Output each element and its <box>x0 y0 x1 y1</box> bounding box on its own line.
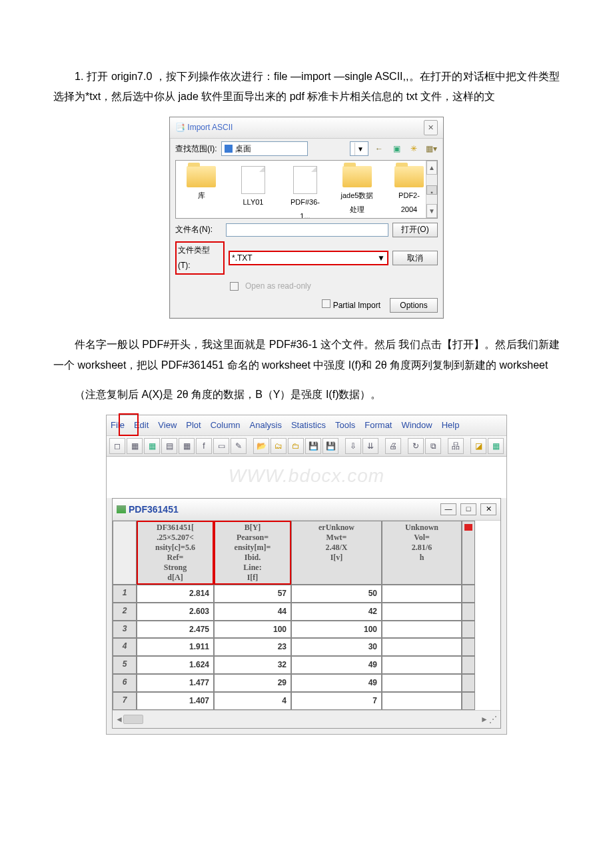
cell[interactable]: 100 <box>291 621 382 639</box>
cell[interactable]: 49 <box>291 674 382 692</box>
chevron-down-icon: ▼ <box>377 251 385 266</box>
cell[interactable]: 2.814 <box>137 585 214 603</box>
row-num[interactable]: 4 <box>113 638 137 656</box>
dialog-title: 📑 Import ASCII <box>175 120 233 135</box>
cell[interactable] <box>382 603 462 621</box>
scrollbar-vertical[interactable]: ▲ ▪ ▼ <box>426 161 437 218</box>
cell[interactable]: 100 <box>214 621 291 639</box>
import-ascii-dialog: 📑 Import ASCII ✕ 查找范围(I): 桌面 ▼ ← ▣ ✳ ▦▾ … <box>169 117 444 319</box>
open-button[interactable]: 打开(O) <box>392 223 438 237</box>
cell[interactable]: 50 <box>291 585 382 603</box>
filename-input[interactable] <box>226 223 388 237</box>
scroll-right-icon: ► <box>480 712 488 727</box>
menu-format[interactable]: Format <box>364 417 392 434</box>
code-builder-icon[interactable]: ▦ <box>488 438 504 454</box>
readonly-checkbox[interactable] <box>230 282 239 291</box>
cell[interactable]: 49 <box>291 656 382 674</box>
menu-edit[interactable]: Edit <box>134 417 149 434</box>
new-graph-icon[interactable]: ▤ <box>161 438 177 454</box>
partial-checkbox[interactable] <box>322 299 330 308</box>
cell[interactable] <box>382 656 462 674</box>
cell[interactable]: 7 <box>291 692 382 710</box>
menu-analysis[interactable]: Analysis <box>250 417 282 434</box>
menu-tools[interactable]: Tools <box>335 417 355 434</box>
row-num[interactable]: 5 <box>113 656 137 674</box>
cell[interactable]: 57 <box>214 585 291 603</box>
row-num[interactable]: 6 <box>113 674 137 692</box>
close-icon[interactable]: ✕ <box>424 120 438 135</box>
open-icon[interactable]: 📂 <box>253 438 269 454</box>
cell[interactable] <box>382 638 462 656</box>
cell[interactable]: 1.407 <box>137 692 214 710</box>
save-template-icon[interactable]: 💾 <box>322 438 338 454</box>
duplicate-icon[interactable]: ⧉ <box>425 438 441 454</box>
cancel-button[interactable]: 取消 <box>392 251 438 265</box>
back-icon[interactable]: ← <box>372 142 386 155</box>
cell[interactable]: 42 <box>291 603 382 621</box>
new-worksheet-icon[interactable]: ▦ <box>127 438 143 454</box>
cell[interactable]: 2.475 <box>137 621 214 639</box>
row-num[interactable]: 2 <box>113 603 137 621</box>
col-header-c[interactable]: erUnknow Mwt= 2.48/X I[v] <box>291 521 382 585</box>
print-icon[interactable]: 🖨 <box>385 438 401 454</box>
cell[interactable]: 44 <box>214 603 291 621</box>
views-icon[interactable]: ▦▾ <box>424 142 438 155</box>
menu-statistics[interactable]: Statistics <box>291 417 326 434</box>
new-project-icon[interactable]: ◻ <box>109 438 125 454</box>
minimize-button[interactable]: — <box>440 503 456 515</box>
view-combo[interactable]: ▼ <box>350 141 368 156</box>
cell[interactable] <box>382 692 462 710</box>
new-layout-icon[interactable]: ▭ <box>213 438 229 454</box>
paragraph-3: （注意复制后 A(X)是 2θ 角度的数据，B（Y）是强度 I(f)数据）。 <box>53 385 560 405</box>
new-function-icon[interactable]: f <box>196 438 212 454</box>
menu-help[interactable]: Help <box>442 417 460 434</box>
cell[interactable]: 30 <box>291 638 382 656</box>
maximize-button[interactable]: □ <box>460 503 476 515</box>
cell[interactable]: 2.603 <box>137 603 214 621</box>
cell[interactable]: 23 <box>214 638 291 656</box>
lookin-combo[interactable]: 桌面 <box>221 141 308 156</box>
menu-window[interactable]: Window <box>401 417 432 434</box>
toolbar: ◻ ▦ ▦ ▤ ▦ f ▭ ✎ 📂 🗂 🗀 💾 💾 ⇩ ⇊ 🖨 ↻ ⧉ 品 <box>107 436 506 457</box>
options-button[interactable]: Options <box>390 298 438 313</box>
cell[interactable] <box>382 585 462 603</box>
menu-view[interactable]: View <box>158 417 177 434</box>
cell[interactable]: 29 <box>214 674 291 692</box>
col-header-b[interactable]: B[Y] Pearson= ensity[m]= Ibid. Line: I[f… <box>214 521 291 585</box>
import-multi-icon[interactable]: ⇊ <box>362 438 378 454</box>
scrollbar-horizontal[interactable]: ◄ ► ⋰ <box>113 710 500 729</box>
up-icon[interactable]: ▣ <box>390 142 403 155</box>
menu-column[interactable]: Column <box>211 417 241 434</box>
close-button[interactable]: ✕ <box>480 503 496 515</box>
new-notes-icon[interactable]: ✎ <box>231 438 247 454</box>
cell[interactable]: 1.477 <box>137 674 214 692</box>
file-item: PDF#36-1... <box>287 166 324 219</box>
row-num[interactable]: 3 <box>113 621 137 639</box>
filetype-input[interactable]: *.TXT▼ <box>229 251 388 265</box>
cell[interactable]: 1.911 <box>137 638 214 656</box>
col-header-d[interactable]: Unknown Vol= 2.81/6 h <box>382 521 462 585</box>
menu-file[interactable]: File <box>111 417 125 434</box>
save-icon[interactable]: 💾 <box>305 438 321 454</box>
grid-corner <box>113 521 137 585</box>
cell[interactable]: 4 <box>214 692 291 710</box>
new-excel-icon[interactable]: ▦ <box>144 438 160 454</box>
row-num[interactable]: 1 <box>113 585 137 603</box>
menu-plot[interactable]: Plot <box>186 417 201 434</box>
project-explorer-icon[interactable]: 品 <box>448 438 464 454</box>
refresh-icon[interactable]: ↻ <box>408 438 424 454</box>
cell[interactable] <box>382 674 462 692</box>
col-header-a[interactable]: DF361451[ .25×5.207< nsity[c]=5.6 Ref= S… <box>137 521 214 585</box>
import-ascii-icon[interactable]: ⇩ <box>345 438 361 454</box>
cell[interactable] <box>382 621 462 639</box>
new-matrix-icon[interactable]: ▦ <box>179 438 195 454</box>
results-log-icon[interactable]: ◪ <box>470 438 486 454</box>
cell[interactable]: 32 <box>214 656 291 674</box>
file-list-area[interactable]: 库 LLY01 PDF#36-1... jade5数据处理 PDF2-2004 … <box>175 160 438 219</box>
open-excel-icon[interactable]: 🗀 <box>288 438 304 454</box>
worksheet-grid[interactable]: DF361451[ .25×5.207< nsity[c]=5.6 Ref= S… <box>113 521 500 710</box>
newfolder-icon[interactable]: ✳ <box>407 142 420 155</box>
cell[interactable]: 1.624 <box>137 656 214 674</box>
open-template-icon[interactable]: 🗂 <box>271 438 287 454</box>
row-num[interactable]: 7 <box>113 692 137 710</box>
